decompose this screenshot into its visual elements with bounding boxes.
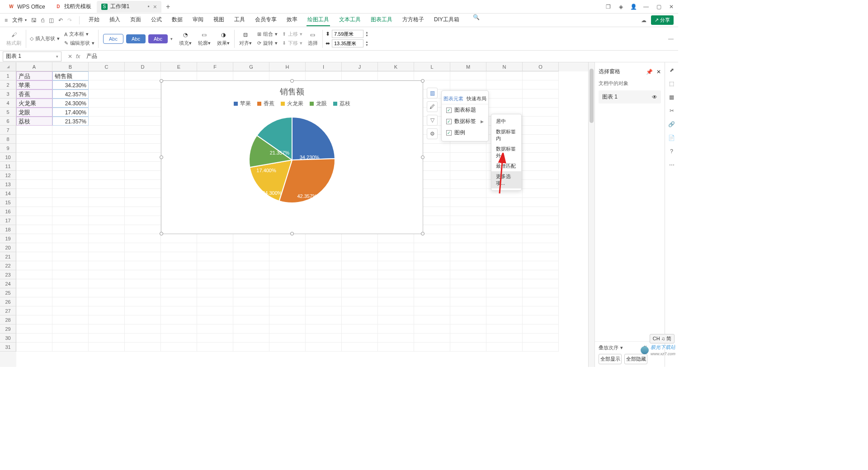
cell[interactable] xyxy=(233,243,269,252)
cell[interactable] xyxy=(52,315,89,324)
format-brush-button[interactable]: 🖌 格式刷 xyxy=(5,30,23,47)
legend-item[interactable]: 火龙果 xyxy=(281,100,303,108)
move-down-button[interactable]: ⬇下移▾ xyxy=(281,39,303,47)
cell[interactable] xyxy=(197,252,233,261)
cell[interactable] xyxy=(306,270,342,279)
tab-member[interactable]: 会员专享 xyxy=(254,14,278,26)
row-header[interactable]: 27 xyxy=(0,306,16,315)
save-icon[interactable]: 🖫 xyxy=(31,17,37,24)
tab-drawing-tools[interactable]: 绘图工具 xyxy=(307,14,330,26)
cell[interactable] xyxy=(378,343,414,352)
cell[interactable] xyxy=(378,334,414,343)
cell[interactable] xyxy=(233,252,269,261)
row-header[interactable]: 6 xyxy=(0,117,16,126)
cell[interactable] xyxy=(269,315,306,324)
cell[interactable] xyxy=(450,315,486,324)
cell[interactable] xyxy=(125,189,161,198)
chevron-down-icon[interactable]: ▾ xyxy=(620,345,623,351)
cell[interactable] xyxy=(342,324,378,334)
cell[interactable] xyxy=(89,162,125,171)
cell[interactable] xyxy=(161,343,197,352)
cloud-icon[interactable]: ☁ xyxy=(641,17,646,24)
pie-slice[interactable] xyxy=(292,117,335,160)
add-tab-button[interactable]: + xyxy=(162,1,174,13)
row-header[interactable]: 8 xyxy=(0,135,16,144)
cell[interactable] xyxy=(197,324,233,334)
col-header[interactable]: C xyxy=(89,62,125,71)
cell[interactable] xyxy=(233,279,269,288)
show-all-button[interactable]: 全部显示 xyxy=(599,354,622,364)
cell[interactable] xyxy=(523,198,559,207)
cell[interactable] xyxy=(125,324,161,334)
row-header[interactable]: 18 xyxy=(0,225,16,234)
avatar-icon[interactable]: 👤 xyxy=(630,4,637,10)
rotate-button[interactable]: ⟳旋转▾ xyxy=(256,39,278,47)
cell[interactable] xyxy=(523,180,559,189)
cell[interactable] xyxy=(523,189,559,198)
cell[interactable] xyxy=(89,252,125,261)
cell[interactable] xyxy=(269,252,306,261)
cell[interactable] xyxy=(161,252,197,261)
chart-object[interactable]: 销售额 苹果香蕉火龙果龙眼荔枝 34.230%42.357%24.300%17.… xyxy=(161,80,423,234)
group-button[interactable]: ⊞组合▾ xyxy=(256,30,278,38)
row-header[interactable]: 29 xyxy=(0,324,16,334)
cell[interactable] xyxy=(523,334,559,343)
cell[interactable] xyxy=(523,243,559,252)
cell[interactable] xyxy=(233,261,269,270)
cell[interactable] xyxy=(89,108,125,117)
row-header[interactable]: 20 xyxy=(0,243,16,252)
cell[interactable] xyxy=(269,261,306,270)
cell[interactable] xyxy=(486,99,523,108)
row-header[interactable]: 30 xyxy=(0,334,16,343)
cell[interactable] xyxy=(16,343,52,352)
toggle-chart-title[interactable]: ✓图表标题 xyxy=(442,104,488,116)
cell[interactable] xyxy=(16,297,52,306)
cell[interactable] xyxy=(378,288,414,297)
cell[interactable] xyxy=(450,189,486,198)
cell[interactable] xyxy=(378,243,414,252)
cell[interactable] xyxy=(523,80,559,89)
cell[interactable] xyxy=(450,252,486,261)
cell[interactable] xyxy=(52,234,89,243)
cell[interactable] xyxy=(269,288,306,297)
cell[interactable] xyxy=(52,270,89,279)
cell[interactable] xyxy=(89,324,125,334)
style-more-icon[interactable]: ▾ xyxy=(170,37,173,41)
col-header[interactable]: E xyxy=(161,62,197,71)
cell[interactable] xyxy=(161,261,197,270)
cell[interactable] xyxy=(450,198,486,207)
cell[interactable] xyxy=(89,171,125,180)
legend-item[interactable]: 龙眼 xyxy=(310,100,327,108)
select-all-corner[interactable]: ◢ xyxy=(0,62,16,71)
cell[interactable] xyxy=(523,117,559,126)
cell[interactable] xyxy=(16,126,52,135)
cell[interactable] xyxy=(486,334,523,343)
cell[interactable] xyxy=(125,153,161,162)
style-preset-1[interactable]: Abc xyxy=(103,34,123,44)
cell[interactable] xyxy=(306,306,342,315)
cell[interactable] xyxy=(16,216,52,225)
cell[interactable] xyxy=(523,270,559,279)
cell[interactable] xyxy=(125,135,161,144)
cell[interactable] xyxy=(306,261,342,270)
cell[interactable] xyxy=(125,180,161,189)
cell[interactable] xyxy=(306,252,342,261)
cell[interactable] xyxy=(125,306,161,315)
cell[interactable] xyxy=(306,71,342,80)
cell[interactable] xyxy=(89,261,125,270)
cell[interactable] xyxy=(16,288,52,297)
cell[interactable] xyxy=(523,324,559,334)
resize-handle[interactable] xyxy=(421,232,425,235)
cell[interactable] xyxy=(523,288,559,297)
cell[interactable] xyxy=(16,198,52,207)
cell[interactable] xyxy=(450,288,486,297)
cell[interactable] xyxy=(125,144,161,153)
cell[interactable] xyxy=(378,234,414,243)
legend-item[interactable]: 荔枝 xyxy=(333,100,350,108)
cell[interactable] xyxy=(197,288,233,297)
cell[interactable] xyxy=(414,279,450,288)
cell[interactable]: 龙眼 xyxy=(16,108,52,117)
row-header[interactable]: 24 xyxy=(0,279,16,288)
cell[interactable] xyxy=(486,261,523,270)
cell[interactable] xyxy=(161,288,197,297)
